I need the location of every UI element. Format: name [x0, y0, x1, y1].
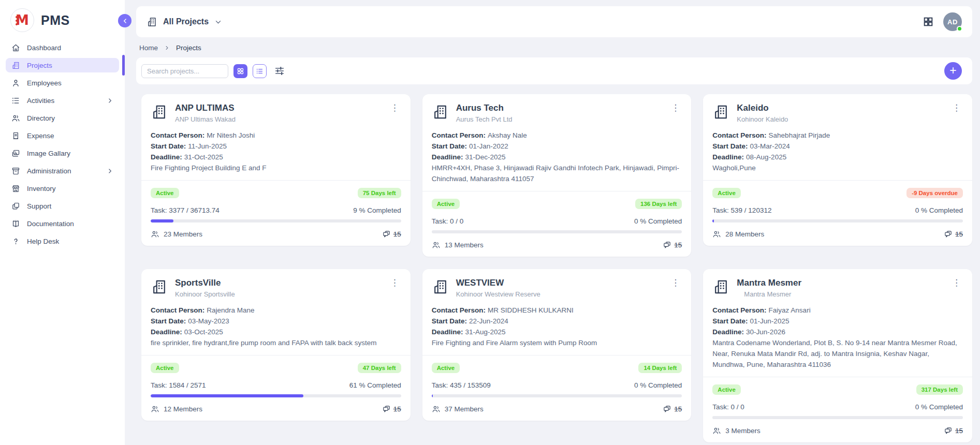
chevron-right-icon — [107, 168, 113, 174]
list-icon — [11, 96, 20, 105]
project-card[interactable]: ANP ULTIMAS ANP Ultimas Wakad ⋮ Contact … — [141, 94, 411, 246]
members-icon — [432, 405, 441, 413]
grid-view-button[interactable] — [233, 64, 247, 78]
card-menu-button[interactable]: ⋮ — [950, 277, 963, 288]
page-header: All Projects AD — [136, 6, 972, 37]
sidebar-item-image-gallery[interactable]: Image Gallary — [6, 146, 119, 160]
divider — [141, 180, 411, 181]
building-icon — [432, 103, 449, 121]
chat-button[interactable]: 15 — [663, 405, 682, 413]
sidebar-item-documentation[interactable]: Documentation — [6, 216, 119, 231]
project-card[interactable]: Kaleido Kohinoor Kaleido ⋮ Contact Perso… — [703, 94, 972, 246]
chevron-down-icon — [214, 18, 222, 26]
status-badge: Active — [151, 363, 179, 373]
project-name: Kaleido — [737, 102, 788, 114]
members-count: 12 Members — [164, 405, 202, 413]
members-count: 28 Members — [725, 230, 764, 238]
card-menu-button[interactable]: ⋮ — [388, 277, 401, 288]
progress-bar — [432, 394, 682, 397]
status-badge: Active — [432, 199, 460, 209]
brand-title: PMS — [41, 13, 70, 28]
sidebar-item-inventory[interactable]: Inventory — [6, 181, 119, 196]
members-icon — [151, 230, 159, 239]
sidebar-item-projects[interactable]: Projects — [6, 58, 119, 72]
chat-count: 15 — [393, 230, 401, 238]
project-description: Fire Fighting and Fire Alarm system with… — [432, 337, 682, 348]
project-name: SportsVille — [175, 277, 235, 289]
members-icon — [432, 241, 441, 249]
page-title: All Projects — [163, 17, 209, 26]
progress-bar — [712, 416, 963, 419]
days-badge: 47 Days left — [358, 363, 401, 373]
project-subtitle: ANP Ultimas Wakad — [175, 115, 236, 123]
online-status-dot — [957, 26, 962, 32]
chat-button[interactable]: 15 — [663, 241, 682, 249]
person-icon — [11, 79, 20, 87]
add-project-button[interactable]: + — [944, 62, 962, 80]
sidebar: M PMS Dashboard Projects Employees Activ… — [0, 0, 125, 445]
chat-button[interactable]: 15 — [944, 426, 963, 435]
list-view-button[interactable] — [253, 64, 267, 78]
project-name: WESTVIEW — [456, 277, 540, 289]
status-badge: Active — [432, 363, 460, 373]
project-card[interactable]: Mantra Mesmer Mantra Mesmer ⋮ Contact Pe… — [703, 269, 972, 442]
projects-toolbar: + — [136, 57, 972, 84]
sidebar-item-support[interactable]: Support — [6, 199, 119, 213]
breadcrumb-home[interactable]: Home — [139, 44, 158, 52]
card-menu-button[interactable]: ⋮ — [950, 102, 963, 113]
sidebar-nav: Dashboard Projects Employees Activities … — [0, 40, 125, 248]
project-card[interactable]: WESTVIEW Kohinoor Westview Reserve ⋮ Con… — [422, 269, 692, 421]
building-icon — [712, 278, 729, 295]
sidebar-item-expense[interactable]: Expense — [6, 128, 119, 143]
card-menu-button[interactable]: ⋮ — [669, 102, 682, 113]
days-badge: 136 Days left — [635, 199, 682, 209]
apps-grid-icon[interactable] — [923, 16, 934, 27]
sidebar-item-dashboard[interactable]: Dashboard — [6, 40, 119, 55]
chat-count: 15 — [955, 230, 963, 238]
building-icon — [11, 61, 20, 70]
sidebar-item-administration[interactable]: Administration — [6, 164, 119, 178]
chat-icon — [382, 230, 391, 239]
chat-button[interactable]: 15 — [944, 230, 963, 239]
chevron-right-icon — [107, 97, 113, 104]
members-icon — [712, 230, 721, 239]
sidebar-item-help-desk[interactable]: Help Desk — [6, 234, 119, 248]
chat-count: 15 — [674, 241, 682, 249]
project-card[interactable]: Aurus Tech Aurus Tech Pvt Ltd ⋮ Contact … — [422, 94, 692, 257]
sidebar-item-employees[interactable]: Employees — [6, 76, 119, 90]
project-name: Aurus Tech — [456, 102, 513, 114]
start-line: Start Date:01-Jan-2022 — [432, 141, 682, 152]
start-line: Start Date:11-Jun-2025 — [151, 141, 401, 152]
completed-percent: 9 % Completed — [353, 206, 401, 214]
chat-button[interactable]: 15 — [382, 230, 401, 239]
projects-grid: ANP ULTIMAS ANP Ultimas Wakad ⋮ Contact … — [141, 94, 972, 442]
project-name: ANP ULTIMAS — [175, 102, 236, 114]
deadline-line: Deadline:30-Jun-2026 — [712, 327, 963, 337]
card-menu-button[interactable]: ⋮ — [388, 102, 401, 113]
sidebar-collapse-button[interactable] — [118, 14, 131, 27]
contact-line: Contact Person:Faiyaz Ansari — [712, 305, 963, 316]
start-line: Start Date:01-Jun-2025 — [712, 316, 963, 327]
search-input[interactable] — [141, 64, 228, 78]
members-count: 37 Members — [445, 405, 484, 413]
contact-line: Contact Person:MR SIDDHESH KULKARNI — [432, 305, 682, 316]
project-subtitle: Kohinoor Kaleido — [737, 115, 788, 123]
status-badge: Active — [151, 188, 179, 198]
breadcrumb-projects[interactable]: Projects — [176, 44, 201, 52]
sidebar-item-directory[interactable]: Directory — [6, 111, 119, 125]
project-card[interactable]: SportsVille Kohinoor Sportsville ⋮ Conta… — [141, 269, 411, 421]
chat-icon — [663, 405, 671, 413]
project-name: Mantra Mesmer — [737, 277, 801, 289]
chat-button[interactable]: 15 — [382, 405, 401, 413]
filter-button[interactable] — [274, 65, 285, 77]
building-icon — [151, 278, 168, 295]
contact-line: Contact Person:Mr Nitesh Joshi — [151, 130, 401, 141]
avatar[interactable]: AD — [943, 12, 962, 31]
main-content: All Projects AD Home Projects + — [125, 0, 980, 442]
chevron-left-icon — [122, 18, 128, 24]
copy-icon — [11, 202, 20, 211]
card-menu-button[interactable]: ⋮ — [669, 277, 682, 288]
project-scope-dropdown[interactable]: All Projects — [147, 17, 222, 27]
task-count: Task: 3377 / 36713.74 — [151, 206, 220, 214]
sidebar-item-activities[interactable]: Activities — [6, 93, 119, 108]
